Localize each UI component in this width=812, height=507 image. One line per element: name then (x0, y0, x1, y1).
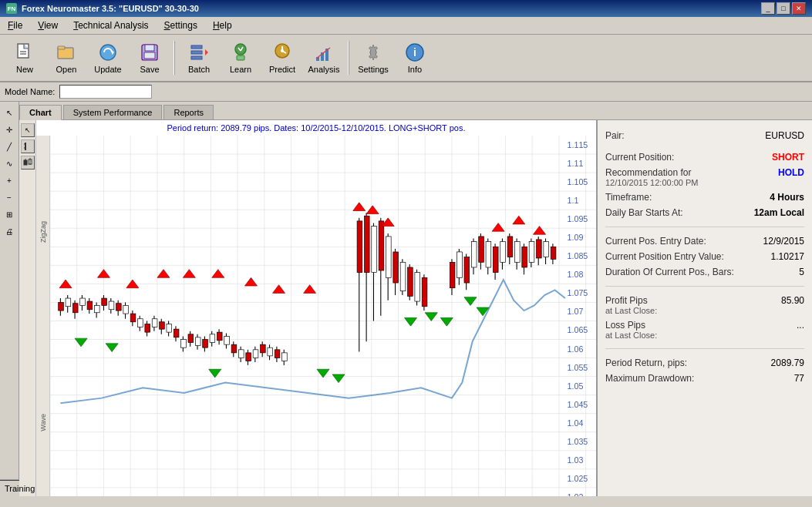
menu-technical-analysis[interactable]: Technical Analysis (69, 18, 153, 32)
svg-rect-9 (144, 52, 155, 59)
left-tool-curve[interactable]: ∿ (2, 156, 17, 171)
svg-rect-203 (529, 242, 534, 263)
close-button[interactable]: ✕ (792, 2, 806, 15)
svg-marker-231 (425, 313, 437, 321)
save-icon (139, 42, 160, 63)
model-name-input[interactable] (59, 85, 152, 99)
period-return-value: 2089.79 (771, 358, 804, 368)
svg-rect-125 (160, 322, 165, 329)
window-title: Forex Neuromaster 3.5: "EURUSD" 30-30-30 (22, 4, 199, 13)
left-tool-line[interactable]: ╱ (2, 139, 17, 154)
svg-marker-222 (492, 223, 504, 232)
menu-help[interactable]: Help (208, 18, 237, 32)
max-drawdown-label: Maximum Drawdown: (605, 373, 694, 384)
left-tool-print[interactable]: 🖨 (2, 223, 17, 239)
svg-text:1.06: 1.06 (568, 344, 584, 354)
svg-rect-193 (493, 247, 498, 272)
svg-rect-153 (261, 344, 266, 353)
svg-rect-129 (174, 329, 179, 337)
svg-text:1.07: 1.07 (568, 307, 584, 316)
open-button[interactable]: Open (46, 38, 86, 78)
tab-chart[interactable]: Chart (19, 105, 62, 120)
predict-button[interactable]: Predict (262, 38, 302, 78)
timeframe-value: 4 Hours (770, 192, 804, 203)
profit-value: 85.90 (781, 295, 804, 306)
left-tool-pointer[interactable]: ↖ (2, 105, 17, 120)
analysis-button[interactable]: Analysis (304, 38, 344, 78)
svg-marker-211 (97, 270, 110, 278)
info-icon: i (404, 42, 426, 63)
menu-file[interactable]: File (3, 18, 27, 32)
left-tool-zoom[interactable]: ⊞ (2, 206, 17, 222)
minimize-button[interactable]: _ (761, 2, 775, 15)
svg-rect-201 (522, 247, 527, 267)
toolbar-separator-2 (348, 41, 349, 75)
svg-rect-209 (551, 247, 556, 259)
svg-rect-143 (224, 336, 230, 344)
learn-button[interactable]: Learn (221, 38, 261, 78)
update-button[interactable]: Update (88, 38, 128, 78)
timeframe-label: Timeframe: (605, 192, 652, 203)
svg-marker-218 (304, 285, 316, 294)
svg-rect-8 (145, 45, 154, 51)
svg-text:1.095: 1.095 (568, 214, 588, 223)
left-tool-crosshair[interactable]: ✛ (2, 122, 17, 137)
max-drawdown-value: 77 (794, 373, 804, 384)
svg-rect-179 (422, 277, 427, 306)
recommendation-label: Recommendation for (605, 167, 698, 178)
analysis-icon (313, 42, 335, 63)
svg-marker-226 (106, 344, 118, 352)
menu-settings[interactable]: Settings (160, 18, 202, 32)
new-button[interactable]: New (5, 38, 45, 78)
left-tool-minus[interactable]: − (2, 190, 17, 205)
chart-svg: 1.115 1.11 1.105 1.1 1.095 1.09 1.085 1.… (50, 136, 596, 496)
batch-button[interactable]: Batch (179, 38, 219, 78)
svg-rect-161 (357, 221, 362, 273)
svg-text:i: i (413, 46, 416, 59)
side-label-wave: Wave (39, 414, 47, 431)
svg-marker-214 (183, 270, 195, 278)
svg-marker-224 (534, 227, 546, 235)
chart-side-labels: ZigZag Wave (36, 136, 50, 496)
svg-marker-232 (440, 317, 453, 326)
svg-rect-207 (544, 242, 549, 257)
menu-bar: File View Technical Analysis Settings He… (0, 17, 812, 35)
left-tool-plus[interactable]: + (2, 173, 17, 188)
menu-view[interactable]: View (33, 18, 62, 32)
new-icon (14, 42, 35, 63)
chart-panel: ↖ Period return: 2089.79 pips. Dates: 10… (19, 120, 812, 496)
settings-button[interactable]: Settings (353, 38, 393, 78)
svg-text:1.035: 1.035 (568, 437, 588, 446)
svg-rect-111 (109, 301, 114, 310)
recommendation-value: HOLD (778, 167, 804, 178)
svg-rect-107 (94, 305, 99, 312)
save-button[interactable]: Save (130, 38, 170, 78)
svg-text:1.055: 1.055 (568, 363, 588, 372)
svg-text:1.04: 1.04 (568, 418, 584, 428)
svg-rect-147 (238, 350, 244, 358)
tab-reports[interactable]: Reports (163, 105, 214, 119)
chart-tool-candle[interactable] (21, 156, 35, 170)
svg-rect-155 (268, 348, 273, 356)
chart-tool-cursor[interactable]: ↖ (21, 123, 35, 137)
svg-rect-103 (80, 298, 86, 305)
svg-rect-113 (116, 304, 121, 311)
tab-system-performance[interactable]: System Performance (63, 105, 163, 119)
maximize-button[interactable]: □ (777, 2, 790, 15)
open-icon (56, 42, 77, 63)
svg-text:1.075: 1.075 (568, 288, 588, 297)
svg-rect-135 (195, 337, 200, 346)
svg-rect-167 (379, 221, 384, 270)
svg-text:1.1: 1.1 (568, 196, 579, 205)
svg-text:1.105: 1.105 (568, 177, 588, 186)
svg-rect-109 (102, 298, 107, 305)
loss-value: ... (797, 320, 804, 331)
svg-point-14 (235, 44, 246, 55)
pair-label: Pair: (605, 130, 625, 141)
svg-rect-121 (145, 324, 150, 332)
svg-rect-187 (471, 242, 477, 267)
svg-rect-183 (457, 252, 463, 277)
svg-rect-185 (464, 257, 470, 283)
info-button[interactable]: i Info (395, 38, 435, 78)
chart-tool-bar[interactable] (21, 139, 35, 153)
